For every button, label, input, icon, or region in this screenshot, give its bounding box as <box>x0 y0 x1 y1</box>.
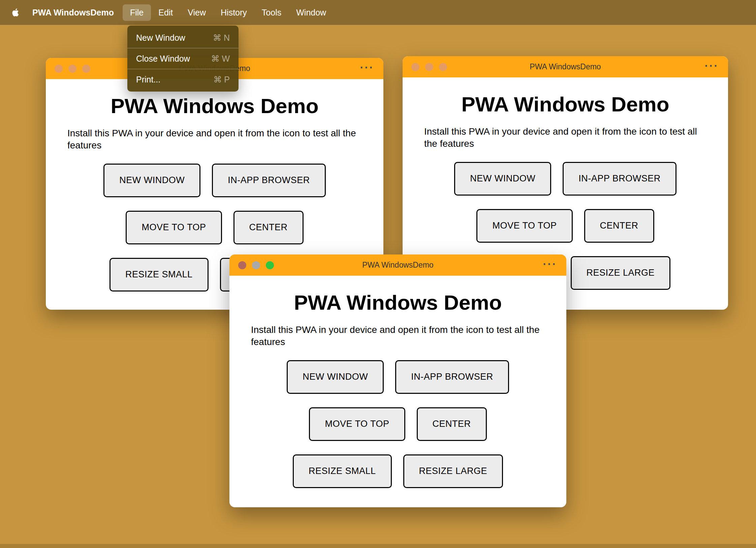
center-button[interactable]: CENTER <box>417 407 487 441</box>
in-app-browser-button[interactable]: IN-APP BROWSER <box>212 164 326 197</box>
menu-item-label: New Window <box>136 33 185 43</box>
window-ellipsis-menu-icon[interactable]: ⋯ <box>359 58 374 79</box>
menu-edit[interactable]: Edit <box>151 4 180 21</box>
description-text: Install this PWA in your device and open… <box>67 127 362 151</box>
menu-window[interactable]: Window <box>289 4 334 21</box>
move-to-top-button[interactable]: MOVE TO TOP <box>476 209 572 243</box>
center-button[interactable]: CENTER <box>233 211 304 244</box>
menu-item-shortcut: ⌘ P <box>213 75 230 84</box>
zoom-traffic-light[interactable] <box>266 261 274 269</box>
file-menu-item-close-window[interactable]: Close Window ⌘ W <box>127 48 239 69</box>
close-traffic-light[interactable] <box>55 65 63 73</box>
traffic-lights <box>55 65 90 73</box>
button-row: NEW WINDOW IN-APP BROWSER <box>46 164 383 197</box>
close-traffic-light[interactable] <box>411 63 419 71</box>
window-ellipsis-menu-icon[interactable]: ⋯ <box>704 56 719 77</box>
move-to-top-button[interactable]: MOVE TO TOP <box>309 407 405 441</box>
file-menu-item-print[interactable]: Print... ⌘ P <box>127 69 239 90</box>
zoom-traffic-light[interactable] <box>82 65 90 73</box>
minimize-traffic-light[interactable] <box>68 65 76 73</box>
button-row: MOVE TO TOP CENTER <box>403 209 728 243</box>
menu-file[interactable]: File <box>123 4 151 21</box>
menu-item-shortcut: ⌘ W <box>211 54 230 64</box>
button-row: MOVE TO TOP CENTER <box>46 211 383 244</box>
menubar-app-name[interactable]: PWA WindowsDemo <box>32 8 114 18</box>
resize-large-button[interactable]: RESIZE LARGE <box>403 454 503 488</box>
button-row: NEW WINDOW IN-APP BROWSER <box>403 162 728 196</box>
screen-bottom-edge <box>0 544 756 548</box>
in-app-browser-button[interactable]: IN-APP BROWSER <box>395 360 509 394</box>
resize-large-button[interactable]: RESIZE LARGE <box>571 256 671 290</box>
page-title: PWA Windows Demo <box>229 290 566 314</box>
page-title: PWA Windows Demo <box>403 92 728 116</box>
description-text: Install this PWA in your device and open… <box>251 324 545 348</box>
button-row: MOVE TO TOP CENTER <box>229 407 566 441</box>
window-ellipsis-menu-icon[interactable]: ⋯ <box>542 254 557 276</box>
menu-item-label: Print... <box>136 75 160 84</box>
zoom-traffic-light[interactable] <box>439 63 447 71</box>
desktop: { "colors": { "desktop": "#c6953f", "men… <box>0 0 756 548</box>
move-to-top-button[interactable]: MOVE TO TOP <box>126 211 222 244</box>
in-app-browser-button[interactable]: IN-APP BROWSER <box>563 162 676 196</box>
center-button[interactable]: CENTER <box>584 209 654 243</box>
new-window-button[interactable]: NEW WINDOW <box>454 162 551 196</box>
minimize-traffic-light[interactable] <box>252 261 260 269</box>
apple-menu-icon[interactable] <box>10 7 21 18</box>
button-row: RESIZE SMALL RESIZE LARGE <box>229 454 566 488</box>
menu-view[interactable]: View <box>180 4 213 21</box>
menu-item-shortcut: ⌘ N <box>213 33 230 43</box>
button-row: NEW WINDOW IN-APP BROWSER <box>229 360 566 394</box>
window-content: PWA Windows Demo Install this PWA in you… <box>229 290 566 488</box>
new-window-button[interactable]: NEW WINDOW <box>103 164 200 197</box>
file-menu-dropdown: New Window ⌘ N Close Window ⌘ W Print...… <box>127 26 239 92</box>
file-menu-item-new-window[interactable]: New Window ⌘ N <box>127 28 239 48</box>
minimize-traffic-light[interactable] <box>425 63 433 71</box>
window-title: PWA WindowsDemo <box>229 261 566 270</box>
window-titlebar[interactable]: PWA WindowsDemo ⋯ <box>229 254 566 276</box>
traffic-lights <box>411 63 447 71</box>
new-window-button[interactable]: NEW WINDOW <box>287 360 384 394</box>
menu-history[interactable]: History <box>213 4 254 21</box>
page-title: PWA Windows Demo <box>46 94 383 118</box>
menu-tools[interactable]: Tools <box>254 4 289 21</box>
description-text: Install this PWA in your device and open… <box>424 126 706 150</box>
resize-small-button[interactable]: RESIZE SMALL <box>109 258 209 292</box>
resize-small-button[interactable]: RESIZE SMALL <box>293 454 392 488</box>
menu-bar: PWA WindowsDemo File Edit View History T… <box>0 0 756 25</box>
menu-item-label: Close Window <box>136 54 190 64</box>
pwa-window-front: PWA WindowsDemo ⋯ PWA Windows Demo Insta… <box>229 254 566 507</box>
window-title: PWA WindowsDemo <box>403 62 728 71</box>
traffic-lights <box>238 261 274 269</box>
window-titlebar[interactable]: PWA WindowsDemo ⋯ <box>403 56 728 77</box>
close-traffic-light[interactable] <box>238 261 246 269</box>
